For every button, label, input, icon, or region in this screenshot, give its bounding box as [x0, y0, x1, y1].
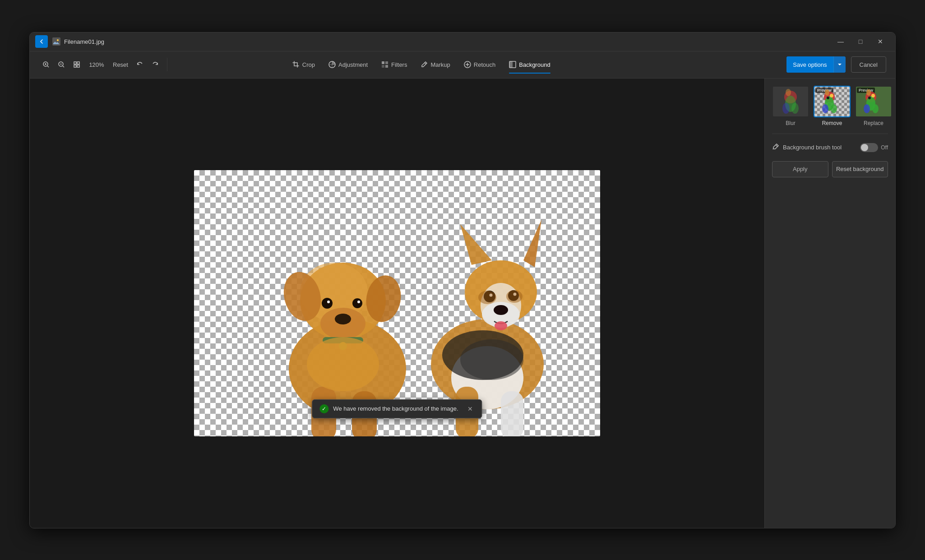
- preview-thumbnails: Blur Preview: [772, 86, 888, 126]
- chevron-down-icon: [837, 63, 842, 66]
- zoom-fit-button[interactable]: [69, 56, 84, 73]
- svg-point-77: [868, 97, 871, 99]
- svg-rect-9: [74, 62, 76, 64]
- svg-point-1: [57, 39, 59, 41]
- svg-line-18: [425, 63, 426, 64]
- remove-preview: Preview: [814, 87, 850, 116]
- adjustment-icon: [328, 61, 336, 68]
- redo-button[interactable]: [148, 56, 162, 73]
- nav-tools: Crop Adjustment Filters: [286, 55, 557, 74]
- blur-label: Blur: [786, 120, 795, 126]
- svg-rect-15: [385, 61, 388, 64]
- adjustment-tool-button[interactable]: Adjustment: [322, 55, 374, 74]
- svg-point-72: [866, 89, 871, 96]
- svg-rect-56: [501, 391, 523, 436]
- dogs-image: [194, 170, 600, 436]
- toggle-thumb: [861, 144, 868, 151]
- zoom-in-button[interactable]: [39, 56, 53, 73]
- brush-tool-row: Background brush tool Off: [772, 141, 888, 154]
- replace-label: Replace: [864, 120, 883, 126]
- remove-parrot-icon: [822, 89, 844, 116]
- save-options-main-button[interactable]: Save options: [786, 56, 833, 73]
- right-panel: Blur Preview: [764, 79, 895, 528]
- file-icon: [52, 37, 60, 46]
- remove-thumbnail-item[interactable]: Preview Remove: [814, 86, 851, 126]
- filename-title: Filename01.jpg: [64, 38, 831, 45]
- svg-point-76: [871, 94, 875, 97]
- cancel-button[interactable]: Cancel: [851, 56, 886, 73]
- svg-point-70: [827, 97, 829, 99]
- image-canvas[interactable]: ✓ We have removed the background of the …: [194, 170, 600, 436]
- background-icon: [509, 61, 516, 68]
- toast-notification: ✓ We have removed the background of the …: [312, 399, 482, 418]
- toast-check-icon: ✓: [319, 404, 328, 413]
- toast-close-button[interactable]: ✕: [466, 404, 475, 413]
- minimize-button[interactable]: —: [831, 35, 850, 48]
- svg-point-65: [825, 89, 829, 96]
- svg-point-74: [864, 104, 870, 113]
- brush-tool-icon: [772, 143, 779, 152]
- toolbar: 120% Reset: [30, 51, 895, 79]
- svg-point-32: [352, 298, 362, 308]
- replace-preview: Preview: [856, 87, 891, 116]
- toggle-track[interactable]: [860, 143, 878, 152]
- background-tool-button[interactable]: Background: [503, 55, 556, 74]
- retouch-tool-button[interactable]: Retouch: [458, 55, 502, 74]
- svg-point-69: [830, 94, 833, 97]
- save-options-dropdown-button[interactable]: [833, 56, 846, 73]
- brush-tool-toggle[interactable]: Off: [860, 143, 888, 152]
- zoom-fit-icon: [73, 61, 80, 68]
- save-options-button-group: Save options: [786, 56, 845, 73]
- crop-tool-button[interactable]: Crop: [286, 55, 321, 74]
- brush-tool-label: Background brush tool: [783, 144, 856, 151]
- panel-divider-1: [772, 134, 888, 134]
- toast-message: We have removed the background of the im…: [333, 405, 458, 412]
- svg-point-39: [307, 337, 379, 391]
- blur-parrot-icon: [779, 88, 802, 115]
- svg-point-54: [506, 290, 523, 303]
- zoom-out-button[interactable]: [54, 56, 69, 73]
- zoom-out-icon: [58, 61, 65, 68]
- toggle-state-label: Off: [881, 144, 888, 151]
- replace-thumbnail[interactable]: Preview: [855, 86, 892, 117]
- svg-point-33: [327, 301, 330, 303]
- blur-preview: [773, 87, 808, 116]
- svg-rect-10: [77, 62, 79, 64]
- crop-icon: [292, 61, 300, 68]
- blur-thumbnail-item[interactable]: Blur: [772, 86, 809, 126]
- close-button[interactable]: ✕: [871, 35, 890, 48]
- undo-icon: [136, 61, 143, 68]
- maximize-button[interactable]: □: [851, 35, 870, 48]
- apply-button[interactable]: Apply: [772, 161, 828, 177]
- replace-parrot-icon: [863, 89, 886, 116]
- svg-marker-44: [523, 220, 541, 267]
- svg-point-31: [322, 298, 333, 309]
- title-bar: Filename01.jpg — □ ✕: [30, 32, 895, 51]
- main-content: ✓ We have removed the background of the …: [30, 79, 895, 528]
- blur-thumbnail[interactable]: [772, 86, 809, 117]
- svg-point-67: [822, 104, 828, 113]
- undo-button[interactable]: [133, 56, 147, 73]
- svg-rect-16: [382, 65, 384, 68]
- redo-icon: [152, 61, 159, 68]
- svg-rect-14: [382, 61, 384, 64]
- markup-tool-button[interactable]: Markup: [414, 55, 456, 74]
- svg-point-48: [495, 321, 507, 330]
- markup-icon: [421, 61, 428, 68]
- reset-button[interactable]: Reset: [109, 56, 132, 73]
- svg-point-75: [872, 104, 879, 113]
- svg-point-47: [494, 305, 508, 315]
- remove-thumbnail[interactable]: Preview: [814, 86, 851, 117]
- canvas-area[interactable]: ✓ We have removed the background of the …: [30, 79, 764, 528]
- paintbrush-icon: [772, 143, 779, 150]
- window-controls: — □ ✕: [831, 35, 890, 48]
- reset-background-button[interactable]: Reset background: [832, 161, 888, 177]
- back-button[interactable]: [35, 35, 48, 48]
- filters-tool-button[interactable]: Filters: [375, 55, 413, 74]
- svg-marker-43: [460, 224, 492, 265]
- zoom-controls: 120% Reset: [39, 56, 162, 73]
- svg-rect-17: [385, 65, 388, 68]
- svg-rect-11: [74, 65, 76, 67]
- replace-thumbnail-item[interactable]: Preview Replace: [855, 86, 892, 126]
- app-window: Filename01.jpg — □ ✕: [29, 32, 896, 528]
